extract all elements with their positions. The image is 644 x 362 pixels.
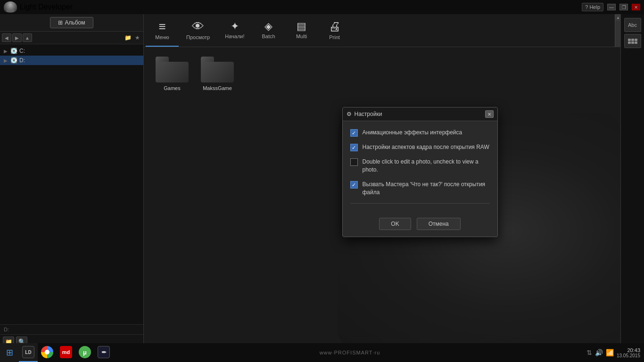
- option-animations-label[interactable]: Анимационные эффекты интерфейса: [363, 129, 462, 137]
- option-wizard-label[interactable]: Вызвать Мастера 'Что не так?' после откр…: [363, 181, 490, 197]
- start-button[interactable]: ⊞: [0, 343, 19, 362]
- cancel-button[interactable]: Отмена: [417, 218, 461, 230]
- app-title: Light Developer: [20, 3, 73, 11]
- abc-label: Abc: [628, 22, 637, 28]
- drive-d-arrow: ▶: [4, 58, 8, 63]
- grid-view-button[interactable]: [624, 34, 641, 48]
- content-area: ≡ Меню 👁 Просмотр ✦ Начали! ◈ Batch ▤ Mu…: [144, 14, 644, 349]
- nav-up-button[interactable]: ▲: [23, 33, 32, 42]
- option-animations-row: Анимационные эффекты интерфейса: [350, 129, 490, 137]
- tray-volume-icon[interactable]: 🔊: [595, 349, 603, 356]
- dialog-title-label: Настройки: [355, 111, 382, 117]
- dialog-separator: [350, 203, 490, 204]
- nav-bookmark-icon[interactable]: ★: [133, 33, 141, 42]
- close-button[interactable]: ✕: [632, 4, 640, 10]
- drive-c-arrow: ▶: [4, 49, 8, 54]
- option-animations-checkbox[interactable]: [350, 129, 358, 137]
- settings-dialog: ⚙ Настройки ✕ Анимационные эффекты интер…: [342, 107, 498, 237]
- option-raw-row: Настройки аспектов кадра после открытия …: [350, 143, 490, 151]
- dialog-title-icon: ⚙: [347, 111, 352, 117]
- abc-button[interactable]: Abc: [624, 18, 641, 32]
- taskbar-center: www·PROFISMART·ru: [113, 350, 586, 355]
- sidebar: ⊞ Альбом ◀ ▶ ▲ 📁 ★ ▶ 💽 C: ▶ 💽 D:: [0, 14, 144, 349]
- album-label: Альбом: [65, 19, 85, 26]
- md-icon: md: [60, 346, 72, 358]
- album-bar: ⊞ Альбом: [0, 14, 143, 32]
- sidebar-path-label: D:: [4, 327, 9, 332]
- help-button[interactable]: ? Help: [582, 3, 603, 11]
- lightdeveloper-icon: LD: [22, 346, 34, 358]
- drive-c-icon: 💽: [10, 48, 17, 54]
- right-toolbar: Abc: [620, 14, 644, 349]
- main-area: ⊞ Альбом ◀ ▶ ▲ 📁 ★ ▶ 💽 C: ▶ 💽 D:: [0, 14, 644, 349]
- tray-network-icon[interactable]: ⇅: [586, 349, 592, 356]
- drive-tree: ▶ 💽 C: ▶ 💽 D:: [0, 44, 143, 324]
- drive-c[interactable]: ▶ 💽 C:: [0, 46, 143, 56]
- taskbar-right: ⇅ 🔊 📶 20:43 13.05.2015: [586, 347, 644, 358]
- taskbar-app-pen[interactable]: ✒: [94, 343, 113, 362]
- drive-d-label: D:: [19, 57, 25, 64]
- clock: 20:43: [617, 347, 640, 353]
- dialog-footer: OK Отмена: [343, 214, 497, 237]
- drive-d[interactable]: ▶ 💽 D:: [0, 56, 143, 65]
- minimize-button[interactable]: —: [607, 4, 616, 10]
- pen-icon: ✒: [98, 346, 110, 358]
- album-grid-icon: ⊞: [58, 19, 63, 26]
- sidebar-status: D:: [0, 324, 143, 334]
- title-bar-controls: ? Help — ❐ ✕: [582, 3, 640, 11]
- tray-signal-icon[interactable]: 📶: [606, 349, 614, 356]
- file-nav: ◀ ▶ ▲ 📁 ★: [0, 32, 143, 44]
- ok-button[interactable]: OK: [379, 218, 411, 230]
- option-dblclick-checkbox[interactable]: [350, 158, 358, 166]
- taskbar-app-utorrent[interactable]: μ: [75, 343, 94, 362]
- nav-folder-icon[interactable]: 📁: [124, 33, 132, 42]
- nav-back-button[interactable]: ◀: [2, 33, 11, 42]
- option-raw-label[interactable]: Настройки аспектов кадра после открытия …: [363, 143, 489, 151]
- clock-display: 20:43 13.05.2015: [617, 347, 640, 358]
- title-bar-left: Light Developer: [4, 1, 73, 13]
- option-wizard-checkbox[interactable]: [350, 181, 358, 189]
- dialog-overlay: ⚙ Настройки ✕ Анимационные эффекты интер…: [144, 14, 620, 349]
- dialog-title: ⚙ Настройки: [347, 111, 382, 117]
- grid-icon: [628, 39, 637, 44]
- restore-button[interactable]: ❐: [619, 4, 628, 10]
- dialog-titlebar: ⚙ Настройки ✕: [343, 107, 497, 121]
- taskbar-app-chrome[interactable]: [38, 343, 57, 362]
- utorrent-icon: μ: [79, 346, 91, 358]
- date: 13.05.2015: [617, 353, 640, 358]
- site-url: www·PROFISMART·ru: [320, 350, 380, 355]
- option-dblclick-row: Double click to edit a photo, uncheck to…: [350, 158, 490, 174]
- taskbar: ⊞ LD md μ ✒ www·PROFISMART·ru ⇅ 🔊 📶 20:4…: [0, 343, 644, 362]
- drive-c-label: C:: [19, 48, 25, 54]
- taskbar-app-md[interactable]: md: [57, 343, 75, 362]
- option-dblclick-label[interactable]: Double click to edit a photo, uncheck to…: [363, 158, 490, 174]
- option-wizard-row: Вызвать Мастера 'Что не так?' после откр…: [350, 181, 490, 197]
- option-raw-checkbox[interactable]: [350, 144, 358, 151]
- app-logo-icon: [4, 1, 17, 13]
- nav-forward-button[interactable]: ▶: [12, 33, 22, 42]
- dialog-body: Анимационные эффекты интерфейса Настройк…: [343, 121, 497, 214]
- album-button[interactable]: ⊞ Альбом: [50, 17, 93, 28]
- title-bar: Light Developer ? Help — ❐ ✕: [0, 0, 644, 14]
- taskbar-app-lightdeveloper[interactable]: LD: [19, 343, 38, 362]
- help-label: Help: [589, 4, 600, 10]
- chrome-icon: [41, 346, 53, 358]
- drive-d-icon: 💽: [10, 57, 17, 64]
- start-icon: ⊞: [6, 347, 13, 358]
- dialog-close-button[interactable]: ✕: [485, 110, 494, 118]
